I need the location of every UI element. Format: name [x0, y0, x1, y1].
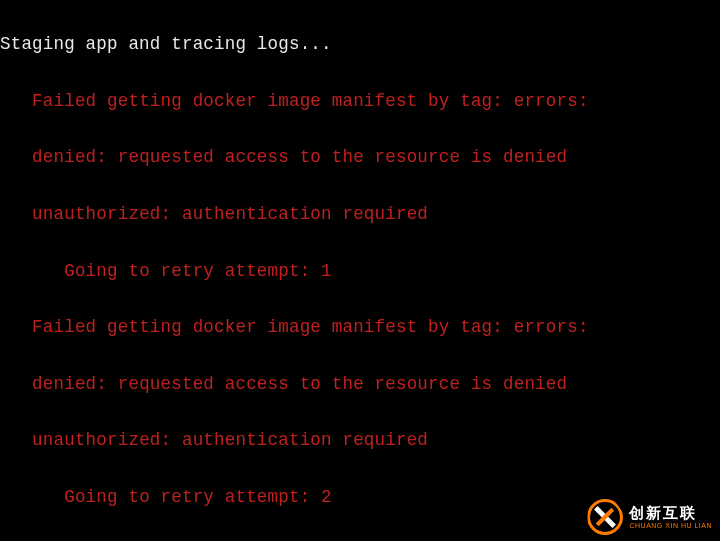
log-line: Failed getting docker image manifest by … [0, 87, 720, 115]
log-line: unauthorized: authentication required [0, 200, 720, 228]
log-line: unauthorized: authentication required [0, 426, 720, 454]
log-line: Staging app and tracing logs... [0, 30, 720, 58]
log-line: Going to retry attempt: 2 [0, 483, 720, 511]
watermark-text-en: CHUANG XIN HU LIAN [629, 522, 712, 529]
log-line: denied: requested access to the resource… [0, 370, 720, 398]
terminal-output: Staging app and tracing logs... Failed g… [0, 0, 720, 541]
log-line: denied: requested access to the resource… [0, 143, 720, 171]
log-line: Failed getting docker image manifest by … [0, 313, 720, 341]
log-line: Going to retry attempt: 1 [0, 257, 720, 285]
